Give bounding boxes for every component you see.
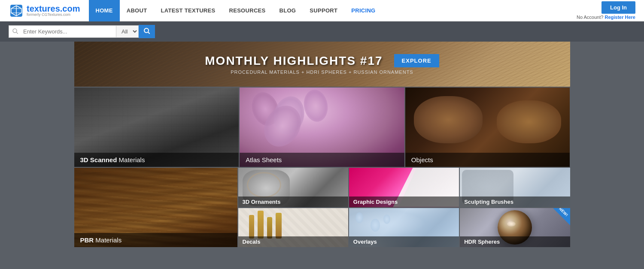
hero-banner[interactable]: MONTHLY HIGHLIGHTS #17 EXPLORE PROCEDURA… xyxy=(74,42,570,87)
svg-line-8 xyxy=(148,32,150,34)
card-objects-label: Objects xyxy=(405,153,570,167)
card-hdr-spheres[interactable]: NEW! HDR Spheres xyxy=(460,208,570,248)
card-atlas-label: Atlas Sheets xyxy=(240,153,404,167)
hero-explore-button[interactable]: EXPLORE xyxy=(394,54,439,67)
hero-subtitle: PROCEDURAL MATERIALS + HDRI SPHERES + RU… xyxy=(205,70,439,75)
nav-latest[interactable]: LATEST TEXTURES xyxy=(154,0,222,21)
logo-text: textures.com formerly CGTextures.com xyxy=(27,4,80,17)
card-sculpting-brushes-label: Sculpting Brushes xyxy=(460,196,570,207)
hero-content: MONTHLY HIGHLIGHTS #17 EXPLORE PROCEDURA… xyxy=(205,54,439,75)
header: textures.com formerly CGTextures.com HOM… xyxy=(0,0,644,21)
card-overlays-label: Overlays xyxy=(349,236,459,247)
small-cards-grid: 3D Ornaments Graphic Designs xyxy=(238,168,570,247)
logo-main-text: textures.com xyxy=(27,4,80,13)
nav-about[interactable]: ABOUT xyxy=(120,0,154,21)
card-graphic-designs[interactable]: Graphic Designs xyxy=(349,168,459,207)
card-hdr-spheres-label: HDR Spheres xyxy=(460,236,570,247)
card-pbr-materials[interactable]: PBR Materials xyxy=(74,168,237,247)
register-prompt: No Account? Register Here xyxy=(577,15,635,20)
card-3d-scanned[interactable]: 3D Scanned Materials xyxy=(74,88,239,167)
nav-pricing[interactable]: PRICING xyxy=(344,0,382,21)
bottom-row: PBR Materials 3D Ornaments xyxy=(74,168,570,247)
card-decals-label: Decals xyxy=(238,236,348,247)
logo-subtitle: formerly CGTextures.com xyxy=(27,13,80,17)
svg-point-7 xyxy=(144,28,149,33)
card-decals[interactable]: Decals xyxy=(238,208,348,248)
svg-line-6 xyxy=(16,32,18,34)
card-overlays[interactable]: Overlays xyxy=(349,208,459,248)
card-pbr-label: PBR Materials xyxy=(74,233,237,247)
search-input[interactable] xyxy=(21,26,116,37)
search-bar: All xyxy=(0,21,644,42)
logo-icon xyxy=(9,3,24,18)
register-link[interactable]: Register Here xyxy=(605,15,635,20)
login-button[interactable]: Log In xyxy=(601,1,635,14)
card-3d-ornaments[interactable]: 3D Ornaments xyxy=(238,168,348,207)
search-icon xyxy=(9,28,21,35)
card-3d-scanned-label: 3D Scanned Materials xyxy=(74,153,239,167)
card-sculpting-brushes[interactable]: Sculpting Brushes xyxy=(460,168,570,207)
main-content: MONTHLY HIGHLIGHTS #17 EXPLORE PROCEDURA… xyxy=(74,42,570,247)
logo-area[interactable]: textures.com formerly CGTextures.com xyxy=(9,3,80,18)
card-3d-ornaments-label: 3D Ornaments xyxy=(238,196,348,207)
main-nav: HOME ABOUT LATEST TEXTURES RESOURCES BLO… xyxy=(89,0,577,21)
nav-blog[interactable]: BLOG xyxy=(273,0,303,21)
card-objects[interactable]: Objects xyxy=(405,88,570,167)
svg-point-5 xyxy=(13,29,17,33)
nav-support[interactable]: SUPPORT xyxy=(303,0,344,21)
nav-resources[interactable]: RESOURCES xyxy=(222,0,272,21)
search-button[interactable] xyxy=(139,25,155,38)
card-atlas-sheets[interactable]: Atlas Sheets xyxy=(240,88,404,167)
card-graphic-designs-label: Graphic Designs xyxy=(349,196,459,207)
header-auth: Log In No Account? Register Here xyxy=(577,1,635,20)
top-cards-row: 3D Scanned Materials Atlas Sheets xyxy=(74,88,570,167)
category-select[interactable]: All xyxy=(116,26,138,37)
search-wrap: All xyxy=(9,25,139,38)
nav-home[interactable]: HOME xyxy=(89,0,120,21)
hero-title: MONTHLY HIGHLIGHTS #17 xyxy=(205,54,383,68)
